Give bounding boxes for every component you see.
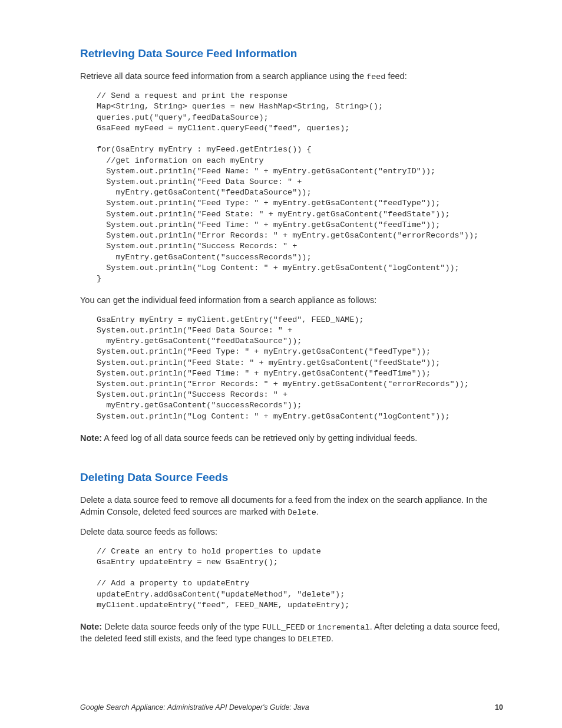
note-1: Note: A feed log of all data source feed… xyxy=(80,433,503,444)
heading-retrieving: Retrieving Data Source Feed Information xyxy=(80,47,503,60)
note-label-1: Note: xyxy=(80,433,102,443)
note-2: Note: Delete data source feeds only of t… xyxy=(80,621,503,645)
note2-c2: incremental xyxy=(318,623,370,632)
intro-para: Retrieve all data source feed informatio… xyxy=(80,71,503,83)
intro-after: feed: xyxy=(385,71,406,81)
delete-intro-para: Delete a data source feed to remove all … xyxy=(80,495,503,518)
footer-page-number: 10 xyxy=(495,703,503,711)
delete-intro-after: . xyxy=(316,507,319,516)
note2-p1: Delete data source feeds only of the typ… xyxy=(102,622,262,631)
intro-code: feed xyxy=(366,73,385,81)
para-individual-feed: You can get the individual feed informat… xyxy=(80,295,503,307)
note2-p2: or xyxy=(305,622,318,631)
note-label-2: Note: xyxy=(80,622,102,631)
heading-deleting: Deleting Data Source Feeds xyxy=(80,471,503,484)
note2-p4: . xyxy=(331,634,333,643)
delete-follows-para: Delete data source feeds as follows: xyxy=(80,526,503,538)
code-block-3: // Create an entry to hold properties to… xyxy=(97,546,503,611)
delete-intro-before: Delete a data source feed to remove all … xyxy=(80,495,488,516)
note2-c3: DELETED xyxy=(297,635,331,644)
code-block-2: GsaEntry myEntry = myClient.getEntry("fe… xyxy=(97,315,503,422)
note-text-1: A feed log of all data source feeds can … xyxy=(102,433,417,443)
delete-intro-code: Delete xyxy=(287,508,316,517)
page-footer: Google Search Appliance: Administrative … xyxy=(80,703,503,711)
footer-title: Google Search Appliance: Administrative … xyxy=(80,703,309,711)
intro-before: Retrieve all data source feed informatio… xyxy=(80,71,366,81)
code-block-1: // Send a request and print the response… xyxy=(97,91,503,284)
note2-c1: FULL_FEED xyxy=(262,623,305,632)
